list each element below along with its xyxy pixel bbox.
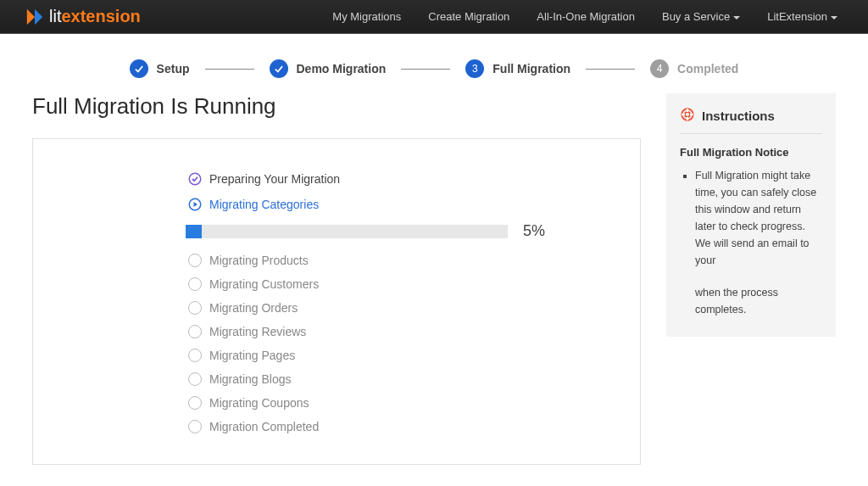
- task-label: Migrating Customers: [209, 277, 319, 291]
- logo-mark-icon: [25, 8, 44, 26]
- progress-fill: [186, 225, 202, 238]
- step-label: Demo Migration: [297, 62, 387, 75]
- task-label: Migration Completed: [209, 420, 319, 433]
- nav-my-migrations[interactable]: My Migrations: [319, 0, 415, 33]
- main-nav: My Migrations Create Migration All-In-On…: [319, 0, 851, 33]
- notice-title: Full Migration Notice: [680, 146, 822, 159]
- step-label: Full Migration: [492, 62, 570, 75]
- progress-text: 5%: [523, 222, 545, 240]
- progress-bar: [186, 225, 508, 238]
- circle-empty-icon: [186, 301, 204, 315]
- task-row-completed: Migration Completed: [186, 420, 615, 433]
- task-label: Migrating Coupons: [209, 396, 309, 410]
- step-done-icon: [130, 59, 148, 78]
- circle-empty-icon: [186, 325, 204, 338]
- nav-all-in-one[interactable]: All-In-One Migration: [523, 0, 648, 33]
- logo[interactable]: litextension: [25, 7, 141, 26]
- migration-panel: Preparing Your Migration Migrating Categ…: [32, 138, 641, 465]
- step-label: Completed: [677, 62, 738, 75]
- step-connector: [401, 69, 450, 70]
- step-completed: 4 Completed: [650, 59, 738, 78]
- notice-item: Full Migration might take time, you can …: [695, 167, 822, 318]
- task-row-products: Migrating Products: [186, 254, 615, 267]
- logo-text: litextension: [49, 7, 141, 26]
- instructions-box: Instructions Full Migration Notice Full …: [666, 93, 836, 337]
- task-row-reviews: Migrating Reviews: [186, 325, 615, 338]
- circle-empty-icon: [186, 349, 204, 362]
- content: Full Migration Is Running Preparing Your…: [0, 93, 868, 465]
- play-circle-icon: [186, 197, 204, 212]
- task-row-categories: Migrating Categories: [186, 197, 615, 212]
- task-label: Migrating Blogs: [209, 372, 292, 386]
- task-label: Migrating Reviews: [209, 325, 306, 338]
- stepper: Setup Demo Migration 3 Full Migration 4 …: [0, 34, 868, 93]
- svg-marker-1: [35, 8, 42, 24]
- task-label: Preparing Your Migration: [209, 172, 340, 186]
- instructions-title: Instructions: [680, 107, 822, 134]
- topbar: litextension My Migrations Create Migrat…: [0, 0, 868, 34]
- chevron-down-icon: [733, 16, 740, 20]
- progress-wrap: 5%: [186, 222, 615, 240]
- circle-empty-icon: [186, 372, 204, 386]
- step-demo: Demo Migration: [270, 59, 387, 78]
- task-row-preparing: Preparing Your Migration: [186, 171, 615, 187]
- circle-empty-icon: [186, 277, 204, 291]
- nav-buy-service[interactable]: Buy a Service: [648, 0, 754, 33]
- main-column: Full Migration Is Running Preparing Your…: [32, 93, 641, 465]
- chevron-down-icon: [831, 16, 837, 20]
- lifebuoy-icon: [680, 107, 695, 125]
- step-future-badge: 4: [650, 59, 669, 78]
- task-label: Migrating Categories: [209, 198, 319, 211]
- circle-empty-icon: [186, 420, 204, 433]
- step-current-badge: 3: [465, 59, 484, 78]
- page-title: Full Migration Is Running: [32, 93, 641, 120]
- nav-litextension[interactable]: LitExtension: [754, 0, 851, 33]
- svg-marker-0: [27, 8, 35, 24]
- circle-empty-icon: [186, 254, 204, 267]
- step-label: Setup: [157, 62, 190, 75]
- task-row-pages: Migrating Pages: [186, 349, 615, 362]
- step-full: 3 Full Migration: [465, 59, 570, 78]
- task-label: Migrating Pages: [209, 349, 295, 362]
- svg-point-6: [685, 112, 690, 117]
- notice-list: Full Migration might take time, you can …: [680, 167, 822, 318]
- sidebar: Instructions Full Migration Notice Full …: [666, 93, 836, 465]
- svg-marker-4: [194, 202, 198, 207]
- task-label: Migrating Products: [209, 254, 309, 267]
- task-row-blogs: Migrating Blogs: [186, 372, 615, 386]
- step-connector: [586, 69, 635, 70]
- task-row-orders: Migrating Orders: [186, 301, 615, 315]
- task-row-coupons: Migrating Coupons: [186, 396, 615, 410]
- task-label: Migrating Orders: [209, 301, 298, 315]
- task-row-customers: Migrating Customers: [186, 277, 615, 291]
- step-connector: [205, 69, 254, 70]
- step-setup: Setup: [130, 59, 190, 78]
- check-circle-icon: [186, 171, 204, 187]
- circle-empty-icon: [186, 396, 204, 410]
- nav-create-migration[interactable]: Create Migration: [415, 0, 523, 33]
- step-done-icon: [270, 59, 288, 78]
